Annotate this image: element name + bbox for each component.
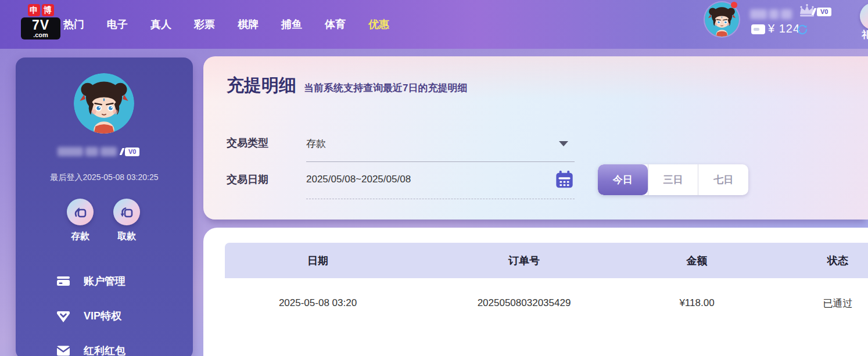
nav-item-fishing[interactable]: 捕鱼 xyxy=(281,17,302,31)
brand-logo[interactable]: 申 博 7V .com xyxy=(21,4,60,39)
cell-status: 已通过 xyxy=(756,297,868,310)
divider xyxy=(306,199,575,199)
vip-gem-icon xyxy=(56,308,71,323)
cell-amount: ¥118.00 xyxy=(637,297,756,309)
column-header-amount: 金额 xyxy=(637,254,756,268)
withdraw-icon xyxy=(113,199,140,225)
range-button-7days[interactable]: 七日 xyxy=(698,164,748,195)
records-table: 日期 订单号 金额 状态 2025-05-08 03:20 2025050803… xyxy=(225,243,868,328)
transaction-date-label: 交易日期 xyxy=(227,172,268,186)
profile-username-blurred: V0 xyxy=(58,146,151,157)
bank-card-icon xyxy=(56,274,71,289)
profile-avatar xyxy=(74,73,134,134)
red-packet-icon xyxy=(56,343,71,356)
cell-date: 2025-05-08 03:20 xyxy=(225,297,411,309)
chevron-down-icon[interactable] xyxy=(559,141,568,146)
logo-char-1: 申 xyxy=(28,4,40,16)
deposit-button[interactable]: 存款 xyxy=(57,199,103,243)
deposit-label: 存款 xyxy=(57,231,103,243)
nav-item-hot[interactable]: 热门 xyxy=(63,17,84,31)
sidebar-item-account[interactable]: 账户管理 xyxy=(16,264,193,299)
page-title: 充提明细 xyxy=(227,74,296,98)
sidebar-item-vip[interactable]: VIP特权 xyxy=(16,299,193,333)
nav-item-sports[interactable]: 体育 xyxy=(325,17,346,31)
transaction-type-label: 交易类型 xyxy=(227,136,268,150)
username-blurred xyxy=(750,9,792,19)
nav-item-live[interactable]: 真人 xyxy=(150,17,171,31)
nav-item-slots[interactable]: 电子 xyxy=(107,17,128,31)
wallet-icon xyxy=(751,24,765,34)
floating-widget-label: 礼 xyxy=(862,29,868,41)
main-menu: 热门 电子 真人 彩票 棋牌 捕鱼 体育 优惠 xyxy=(63,0,389,49)
logo-brand: 7V xyxy=(21,18,60,32)
nav-item-promos[interactable]: 优惠 xyxy=(368,17,389,31)
sidebar-item-label: 红利红包 xyxy=(84,344,125,356)
table-header: 日期 订单号 金额 状态 xyxy=(225,243,868,278)
cell-order-number: 20250508032035429 xyxy=(411,297,637,309)
date-range-buttons: 今日 三日 七日 xyxy=(598,164,748,195)
logo-char-2: 博 xyxy=(42,4,54,16)
divider xyxy=(306,161,575,162)
vip-level-badge: V0 xyxy=(817,8,831,16)
top-nav: 申 博 7V .com 热门 电子 真人 彩票 棋牌 捕鱼 体育 优惠 xyxy=(0,0,868,49)
date-range-input[interactable]: 2025/05/08~2025/05/08 xyxy=(306,174,411,185)
filter-panel: 充提明细 当前系统支持查询最近7日的充提明细 交易类型 存款 交易日期 2025… xyxy=(203,56,868,220)
sidebar: V0 最后登入2025-05-08 03:20:25 存款 取款 xyxy=(16,57,193,356)
range-button-today[interactable]: 今日 xyxy=(598,164,648,195)
profile-vip-badge: V0 xyxy=(125,148,139,156)
sidebar-item-bonus[interactable]: 红利红包 xyxy=(16,333,193,356)
table-row: 2025-05-08 03:20 20250508032035429 ¥118.… xyxy=(225,278,868,328)
notification-dot xyxy=(731,2,737,8)
balance-amount: ¥ 124 xyxy=(768,22,800,35)
range-button-3days[interactable]: 三日 xyxy=(648,164,698,195)
deposit-icon xyxy=(67,199,94,225)
page-subtitle: 当前系统支持查询最近7日的充提明细 xyxy=(304,81,467,95)
column-header-date: 日期 xyxy=(225,254,411,268)
sidebar-menu: 账户管理 VIP特权 红利红包 xyxy=(16,264,193,356)
nav-item-lottery[interactable]: 彩票 xyxy=(194,17,215,31)
refresh-balance-icon[interactable] xyxy=(797,24,808,35)
app-screen: 申 博 7V .com 热门 电子 真人 彩票 棋牌 捕鱼 体育 优惠 xyxy=(0,0,868,356)
sidebar-item-label: 账户管理 xyxy=(84,274,125,288)
records-panel: 日期 订单号 金额 状态 2025-05-08 03:20 2025050803… xyxy=(203,228,868,356)
nav-item-board-games[interactable]: 棋牌 xyxy=(238,17,259,31)
logo-domain: .com xyxy=(21,32,60,38)
column-header-status: 状态 xyxy=(756,254,868,268)
last-login-text: 最后登入2025-05-08 03:20:25 xyxy=(16,172,193,183)
withdraw-label: 取款 xyxy=(103,231,150,243)
transaction-type-select[interactable]: 存款 xyxy=(306,137,326,150)
column-header-order: 订单号 xyxy=(411,254,637,268)
calendar-icon[interactable] xyxy=(555,170,574,190)
sidebar-item-label: VIP特权 xyxy=(84,309,121,323)
withdraw-button[interactable]: 取款 xyxy=(103,199,150,243)
